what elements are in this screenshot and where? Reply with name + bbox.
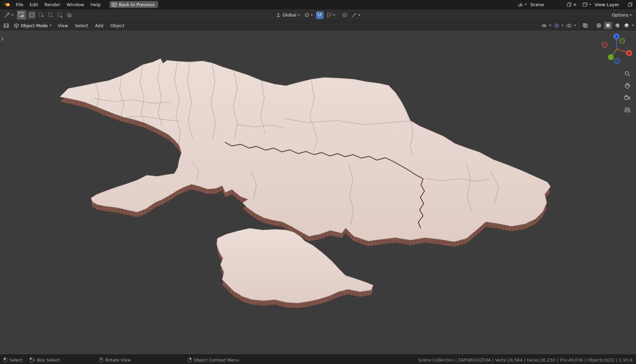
select-mode-set-button[interactable] xyxy=(28,11,35,19)
chevron-down-icon xyxy=(311,14,313,16)
chevron-down-icon xyxy=(11,14,13,16)
gizmo-z-negative-ball[interactable] xyxy=(614,58,620,64)
gizmo-y-negative-ball[interactable] xyxy=(620,39,625,44)
select-box-tool-button[interactable] xyxy=(17,10,26,20)
chevron-down-icon xyxy=(50,25,52,26)
back-to-previous-label: Back to Previous xyxy=(119,2,155,7)
transform-orientation-dropdown[interactable]: Global xyxy=(274,12,301,19)
status-bar: Select Box Select Rotate View Objec xyxy=(0,354,636,364)
viewport-header: Object Mode View Select Add Object xyxy=(0,21,636,30)
object-visibility-button[interactable] xyxy=(540,22,548,29)
hint-object-context-menu: Object Context Menu xyxy=(188,357,239,363)
options-label: Options xyxy=(612,12,628,18)
separator xyxy=(578,23,579,28)
scene-icon[interactable] xyxy=(518,2,523,7)
object-mode-cube-icon xyxy=(14,23,19,28)
select-mode-invert-button[interactable] xyxy=(56,11,63,19)
hint-box-select: Box Select xyxy=(30,357,60,363)
shading-material-preview-button[interactable] xyxy=(613,22,622,29)
navigation-gizmo[interactable]: Z X xyxy=(600,32,633,66)
menu-view[interactable]: View xyxy=(55,22,71,29)
chevron-down-icon[interactable] xyxy=(589,4,591,5)
menu-render[interactable]: Render xyxy=(42,2,63,8)
viewport-nav-buttons xyxy=(623,69,632,114)
menu-window[interactable]: Window xyxy=(64,2,87,8)
menu-select[interactable]: Select xyxy=(72,22,91,29)
chevron-down-icon xyxy=(630,14,632,16)
topbar: File Edit Render Window Help Back to Pre… xyxy=(0,0,636,9)
menu-help[interactable]: Help xyxy=(88,2,104,8)
tools-icon xyxy=(4,12,10,18)
tool-settings-bar: Global xyxy=(0,9,636,21)
select-mode-subtract-button[interactable] xyxy=(47,11,54,19)
chevron-down-icon[interactable] xyxy=(574,25,576,26)
falloff-curve-icon xyxy=(351,13,357,18)
show-overlays-button[interactable] xyxy=(565,22,573,29)
new-scene-copy-icon[interactable] xyxy=(567,2,572,7)
unlink-scene-close-icon[interactable] xyxy=(573,3,577,7)
menu-add[interactable]: Add xyxy=(92,22,106,29)
back-arrow-screen-icon xyxy=(112,2,117,7)
3d-viewport-canvas[interactable] xyxy=(0,30,636,354)
snap-target-dropdown[interactable] xyxy=(325,12,337,18)
pan-hand-button[interactable] xyxy=(623,81,632,90)
options-dropdown[interactable]: Options xyxy=(611,12,633,18)
snap-increment-grid-icon xyxy=(327,12,332,18)
toggle-xray-button[interactable] xyxy=(581,22,589,29)
view-layer-icon[interactable] xyxy=(582,2,588,7)
chevron-down-icon xyxy=(358,14,360,16)
orthographic-grid-button[interactable] xyxy=(623,105,632,114)
chevron-down-icon[interactable] xyxy=(525,4,527,5)
editor-type-button[interactable] xyxy=(2,22,10,29)
zoom-button[interactable] xyxy=(623,69,632,78)
transform-orientation-label: Global xyxy=(283,12,296,18)
pivot-point-icon xyxy=(304,12,309,18)
scene-name[interactable]: Scene xyxy=(530,2,563,7)
tool-settings-dropdown[interactable] xyxy=(3,11,15,19)
mouse-middle-icon xyxy=(99,357,103,363)
blender-logo-icon[interactable] xyxy=(3,2,10,7)
new-view-layer-copy-icon[interactable] xyxy=(628,2,633,7)
editor-3d-viewport-icon xyxy=(3,23,9,28)
mode-dropdown[interactable]: Object Mode xyxy=(12,23,54,29)
camera-view-button[interactable] xyxy=(623,93,632,102)
snapping-toggle-button[interactable] xyxy=(316,11,324,19)
chevron-down-icon[interactable] xyxy=(632,25,634,26)
menu-object[interactable]: Object xyxy=(107,22,127,29)
menu-edit[interactable]: Edit xyxy=(27,2,41,8)
orientation-axes-icon xyxy=(276,12,281,18)
scene-statistics: Scene Collection | ZAPORIZHZHIA | Verts:… xyxy=(418,357,633,363)
shading-solid-button[interactable] xyxy=(604,22,612,29)
proportional-falloff-dropdown[interactable] xyxy=(350,12,362,18)
chevron-down-icon[interactable] xyxy=(562,25,564,26)
shading-rendered-button[interactable] xyxy=(623,22,631,29)
snap-pivot-dropdown[interactable] xyxy=(303,12,314,18)
hint-label: Select xyxy=(9,357,23,363)
chevron-down-icon[interactable] xyxy=(549,25,551,26)
gizmo-z-label: Z xyxy=(615,35,618,39)
chevron-down-icon xyxy=(333,14,335,16)
mouse-right-icon xyxy=(188,357,192,363)
shading-wireframe-button[interactable] xyxy=(595,22,603,29)
back-to-previous-button[interactable]: Back to Previous xyxy=(110,1,158,8)
show-gizmo-button[interactable] xyxy=(552,22,561,29)
proportional-editing-toggle[interactable] xyxy=(341,11,348,19)
hint-select: Select xyxy=(3,357,23,363)
mouse-left-drag-icon xyxy=(30,357,35,363)
hint-label: Box Select xyxy=(37,357,60,363)
gizmo-x-negative-ball[interactable] xyxy=(602,42,607,48)
3d-viewport[interactable]: Z X xyxy=(0,30,636,354)
hint-rotate-view: Rotate View xyxy=(99,357,131,363)
menu-file[interactable]: File xyxy=(13,2,26,8)
gizmo-y-positive-ball[interactable] xyxy=(608,54,614,60)
hint-label: Rotate View xyxy=(105,357,131,363)
scene-selector: Scene xyxy=(518,2,577,7)
select-mode-extend-button[interactable] xyxy=(38,11,45,19)
select-mode-intersect-button[interactable] xyxy=(65,11,73,19)
mouse-left-icon xyxy=(3,357,7,363)
mode-label: Object Mode xyxy=(21,23,48,28)
gizmo-x-label: X xyxy=(628,52,630,55)
toolbar-expand-arrow[interactable] xyxy=(1,36,4,42)
view-layer-name[interactable]: View Layer xyxy=(595,2,624,7)
separator xyxy=(592,23,592,28)
